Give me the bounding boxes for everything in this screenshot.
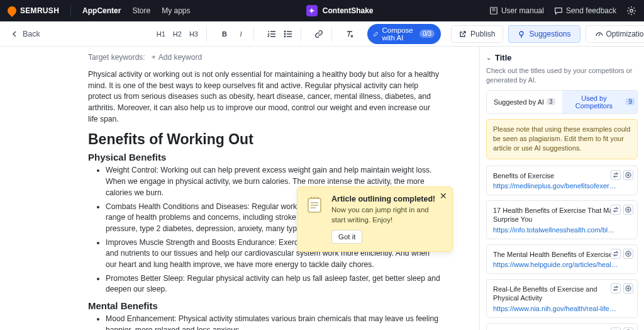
plagiarism-warning: Please note that using these examples co…	[486, 119, 638, 159]
heading-mental[interactable]: Mental Benefits	[88, 300, 468, 311]
swap-title-button[interactable]	[611, 327, 621, 330]
ordered-list-button[interactable]	[264, 26, 279, 42]
popover-title: Article outlining completed!	[331, 195, 443, 203]
suggestions-sidebar: ⌄ Title Check out the titles used by you…	[479, 47, 644, 330]
app-header: SEMRUSH AppCenter Store My apps ✦ Conten…	[0, 0, 644, 21]
add-title-button[interactable]	[623, 283, 633, 293]
title-source-segmented: Suggested by AI 3 Used by Competitors 9	[486, 90, 638, 114]
arrow-left-icon	[11, 30, 19, 38]
intro-paragraph[interactable]: Physical activity or working out is not …	[88, 69, 440, 125]
tab-suggestions[interactable]: Suggestions	[508, 25, 580, 43]
seg-suggested-by-ai[interactable]: Suggested by AI 3	[487, 91, 562, 113]
plus-icon: +	[152, 53, 156, 62]
popover-close-button[interactable]: ✕	[440, 191, 447, 201]
svg-point-9	[317, 197, 319, 199]
card-title: The Mental Health Benefits of Exercise	[493, 250, 618, 259]
nav-store[interactable]: Store	[132, 6, 150, 15]
card-url[interactable]: https://medlineplus.gov/benefitsofexerci…	[493, 182, 618, 190]
send-feedback-link[interactable]: Send feedback	[554, 6, 616, 15]
competitor-title-card[interactable]: Real-Life Benefits of Exercise and Physi…	[486, 279, 638, 318]
bold-button[interactable]: B	[217, 26, 232, 42]
compose-count: 0/3	[419, 30, 435, 38]
seg-used-by-competitors[interactable]: Used by Competitors 9	[562, 91, 638, 113]
link-group	[306, 26, 332, 42]
clear-group	[337, 26, 362, 42]
compose-with-ai-button[interactable]: Compose with AI 0/3	[367, 24, 441, 44]
swap-title-button[interactable]	[611, 205, 621, 215]
list-item[interactable]: Promotes Better Sleep: Regular physical …	[106, 273, 440, 295]
add-title-button[interactable]	[623, 249, 633, 259]
svg-point-3	[284, 33, 286, 35]
swap-title-button[interactable]	[611, 249, 621, 259]
text-style-group: B I	[212, 26, 254, 42]
main-layout: Target keywords: + Add keyword Physical …	[0, 47, 644, 330]
current-app[interactable]: ✦ ContentShake	[306, 5, 374, 16]
card-url[interactable]: https://info.totalwellnesshealth.com/blo…	[493, 226, 618, 234]
card-url[interactable]: https://www.helpguide.org/articles/healt…	[493, 261, 618, 268]
heading-group: H1 H2 H3	[148, 26, 207, 42]
swap-title-button[interactable]	[611, 283, 621, 293]
h3-button[interactable]: H3	[186, 26, 201, 42]
svg-point-1	[630, 9, 633, 12]
card-title: Real-Life Benefits of Exercise and Physi…	[493, 285, 618, 303]
notes-icon	[305, 196, 325, 215]
mental-benefits-list[interactable]: Mood Enhancement: Physical activity stim…	[88, 314, 440, 330]
clear-format-button[interactable]	[342, 26, 357, 42]
share-icon	[459, 30, 467, 38]
appcenter-label[interactable]: AppCenter	[82, 6, 121, 15]
tab-optimization[interactable]: Optimization 3.7	[586, 25, 644, 43]
back-button[interactable]: Back	[8, 27, 44, 41]
editor-area: Target keywords: + Add keyword Physical …	[0, 47, 479, 330]
svg-point-7	[311, 197, 313, 199]
contentshake-icon: ✦	[306, 5, 318, 16]
add-title-button[interactable]	[623, 205, 633, 215]
semrush-flame-icon	[6, 4, 18, 17]
card-title: 17 Health Benefits of Exercise That May …	[493, 206, 618, 224]
svg-point-4	[284, 36, 286, 37]
swap-title-button[interactable]	[611, 170, 621, 180]
semrush-logo[interactable]: SEMRUSH	[8, 6, 59, 15]
heading-benefits[interactable]: Benefits of Working Out	[88, 131, 468, 148]
target-keywords-label: Target keywords:	[88, 53, 145, 62]
settings-button[interactable]	[626, 6, 636, 16]
italic-button[interactable]: I	[233, 26, 248, 42]
book-icon	[489, 6, 498, 15]
link-icon	[314, 30, 323, 38]
competitor-title-card[interactable]: The Top 10 Benefits of Regular Physical …	[486, 323, 638, 330]
semrush-wordmark: SEMRUSH	[20, 6, 59, 15]
svg-point-8	[314, 197, 316, 199]
current-app-name: ContentShake	[323, 6, 374, 15]
chevron-down-icon: ⌄	[486, 54, 491, 61]
competitor-title-card[interactable]: 17 Health Benefits of Exercise That May …	[486, 200, 638, 239]
gauge-icon	[595, 30, 602, 38]
swap-icon	[613, 285, 619, 292]
h2-button[interactable]: H2	[170, 26, 185, 42]
panel-title-toggle[interactable]: ⌄ Title	[486, 53, 638, 62]
add-title-button[interactable]	[623, 327, 633, 330]
list-item[interactable]: Mood Enhancement: Physical activity stim…	[106, 314, 440, 330]
outline-complete-popover: ✕ Article outlining completed! Now you c…	[297, 186, 453, 252]
panel-subtitle: Check out the titles used by your compet…	[486, 66, 638, 85]
link-button[interactable]	[311, 26, 326, 42]
unordered-list-button[interactable]	[280, 26, 296, 42]
editor-toolbar: Back H1 H2 H3 B I Compose with AI 0/3	[0, 21, 644, 47]
popover-got-it-button[interactable]: Got it	[331, 230, 362, 244]
heading-physical[interactable]: Physical Benefits	[88, 152, 468, 162]
nav-my-apps[interactable]: My apps	[162, 6, 190, 15]
publish-button[interactable]: Publish	[451, 25, 503, 43]
competitor-title-card[interactable]: Benefits of Exercise https://medlineplus…	[486, 166, 638, 195]
plus-circle-icon	[625, 251, 631, 257]
plus-circle-icon	[625, 172, 631, 178]
header-right-links: User manual Send feedback	[489, 6, 636, 16]
competitor-title-card[interactable]: The Mental Health Benefits of Exercise h…	[486, 244, 638, 274]
user-manual-link[interactable]: User manual	[489, 6, 544, 15]
swap-icon	[613, 251, 619, 257]
add-title-button[interactable]	[623, 170, 633, 180]
add-keyword-button[interactable]: + Add keyword	[152, 53, 202, 62]
gear-icon	[626, 6, 636, 16]
svg-point-2	[284, 31, 286, 32]
list-ol-icon	[267, 30, 276, 38]
card-url[interactable]: https://www.nia.nih.gov/health/real-life…	[493, 305, 618, 312]
h1-button[interactable]: H1	[153, 26, 169, 42]
target-keywords-row: Target keywords: + Add keyword	[88, 53, 468, 62]
